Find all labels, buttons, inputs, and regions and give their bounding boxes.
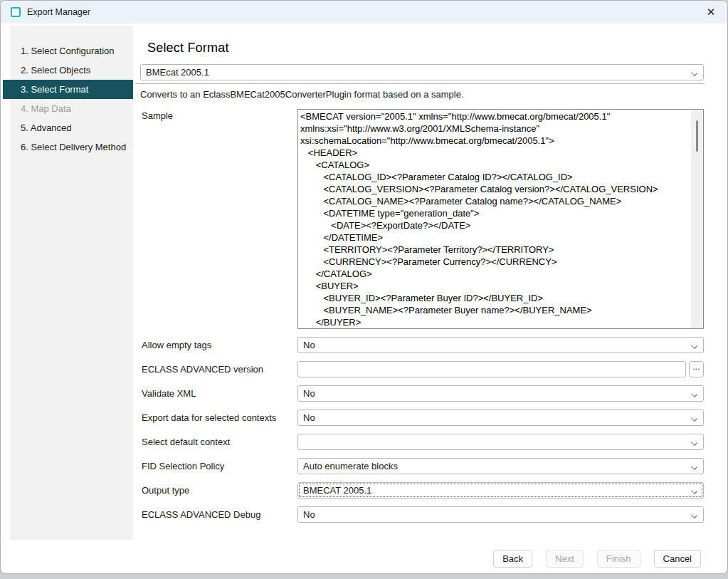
field-select[interactable]: No bbox=[297, 385, 704, 402]
field-select-value: No bbox=[303, 412, 315, 423]
chevron-down-icon bbox=[691, 343, 697, 349]
field-text-browse: ... bbox=[297, 361, 704, 377]
field-label: Validate XML bbox=[142, 388, 297, 399]
field-text-input[interactable] bbox=[297, 361, 686, 377]
page-title: Select Format bbox=[147, 41, 229, 56]
field-label: Export data for selected contexts bbox=[142, 412, 297, 423]
export-manager-dialog: Export Manager ✕ 1. Select Configuration… bbox=[0, 0, 728, 574]
sample-textarea[interactable]: <BMECAT version="2005.1" xmlns="http://w… bbox=[297, 109, 704, 329]
field-select[interactable]: No bbox=[297, 337, 704, 353]
sidebar-step-4[interactable]: 4. Map Data bbox=[10, 99, 133, 118]
wizard-steps-sidebar: 1. Select Configuration2. Select Objects… bbox=[10, 26, 133, 540]
field-label: ECLASS ADVANCED Debug bbox=[142, 509, 297, 520]
cancel-button[interactable]: Cancel bbox=[654, 550, 701, 568]
next-button: Next bbox=[546, 550, 584, 568]
field-select-value: No bbox=[303, 509, 315, 520]
field-label: ECLASS ADVANCED version bbox=[142, 364, 297, 375]
title-bar: Export Manager ✕ bbox=[1, 1, 727, 24]
form-row: Export data for selected contexts No bbox=[142, 410, 704, 426]
field-select[interactable]: No bbox=[297, 410, 704, 426]
field-select-value: No bbox=[303, 388, 315, 399]
chevron-down-icon bbox=[691, 512, 697, 518]
form-row: ECLASS ADVANCED version ... bbox=[142, 361, 704, 377]
field-select[interactable] bbox=[297, 434, 704, 450]
field-label: Output type bbox=[142, 485, 297, 496]
browse-button[interactable]: ... bbox=[689, 361, 704, 377]
form-row: FID Selection Policy Auto enumerate bloc… bbox=[142, 458, 704, 474]
form-row: Validate XML No bbox=[142, 385, 704, 402]
window-title: Export Manager bbox=[27, 7, 90, 17]
sidebar-step-5[interactable]: 5. Advanced bbox=[10, 118, 133, 137]
chevron-down-icon bbox=[691, 415, 697, 422]
field-label: Allow empty tags bbox=[142, 340, 297, 350]
section-divider bbox=[135, 83, 705, 84]
field-select[interactable]: No bbox=[297, 506, 704, 523]
format-select-value: BMEcat 2005.1 bbox=[146, 67, 209, 78]
chevron-down-icon bbox=[691, 464, 697, 470]
app-window-icon bbox=[11, 7, 21, 17]
sample-scrollbar[interactable] bbox=[691, 110, 703, 328]
form-row: Allow empty tags No bbox=[142, 337, 704, 353]
close-icon[interactable]: ✕ bbox=[695, 1, 727, 24]
chevron-down-icon bbox=[691, 439, 697, 446]
chevron-down-icon bbox=[691, 70, 697, 76]
sidebar-step-3[interactable]: 3. Select Format bbox=[3, 80, 133, 99]
format-select[interactable]: BMEcat 2005.1 bbox=[140, 64, 704, 80]
field-label: Select default context bbox=[142, 437, 297, 447]
format-description: Converts to an EclassBMECat2005Converter… bbox=[140, 89, 464, 100]
field-select-value: Auto enumerate blocks bbox=[303, 461, 398, 471]
finish-button: Finish bbox=[597, 550, 640, 568]
sidebar-step-2[interactable]: 2. Select Objects bbox=[10, 61, 133, 80]
format-options-form: Allow empty tags No ECLASS ADVANCED vers… bbox=[142, 337, 704, 523]
field-select[interactable]: BMECAT 2005.1 bbox=[297, 482, 704, 499]
form-row: Output type BMECAT 2005.1 bbox=[142, 482, 704, 499]
field-label: FID Selection Policy bbox=[142, 461, 297, 471]
back-button[interactable]: Back bbox=[493, 550, 532, 568]
field-select-value: BMECAT 2005.1 bbox=[303, 485, 371, 496]
sample-scrollbar-thumb[interactable] bbox=[696, 120, 698, 152]
sidebar-step-1[interactable]: 1. Select Configuration bbox=[10, 41, 133, 61]
sample-xml-text: <BMECAT version="2005.1" xmlns="http://w… bbox=[298, 110, 691, 328]
wizard-footer-buttons: BackNextFinishCancel bbox=[493, 550, 701, 568]
field-select-value: No bbox=[303, 340, 315, 350]
field-select[interactable]: Auto enumerate blocks bbox=[297, 458, 704, 474]
form-row: ECLASS ADVANCED Debug No bbox=[142, 506, 704, 523]
sidebar-step-6[interactable]: 6. Select Delivery Method bbox=[10, 137, 133, 157]
sample-label: Sample bbox=[142, 110, 173, 121]
chevron-down-icon bbox=[691, 488, 697, 494]
form-row: Select default context bbox=[142, 434, 704, 450]
chevron-down-icon bbox=[691, 391, 697, 397]
